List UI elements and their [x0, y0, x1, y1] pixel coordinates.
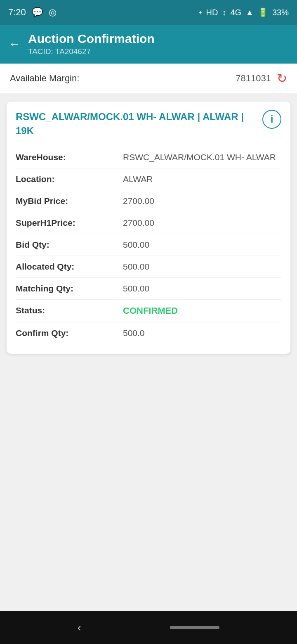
detail-value: 500.0 — [123, 328, 281, 338]
detail-row: Bid Qty:500.00 — [16, 234, 281, 256]
detail-value: 2700.00 — [123, 196, 281, 206]
header-title-block: Auction Confirmation TACID: TA204627 — [28, 31, 155, 56]
detail-label: Confirm Qty: — [16, 328, 123, 338]
margin-row: Available Margin: 7811031 ↻ — [0, 64, 297, 93]
margin-right-section: 7811031 ↻ — [236, 71, 287, 85]
hd-label: HD — [206, 8, 218, 17]
app-bar: ← Auction Confirmation TACID: TA204627 — [0, 25, 297, 64]
detail-value: ALWAR — [123, 174, 281, 184]
status-time: 7:20 — [8, 7, 26, 18]
detail-label: Location: — [16, 174, 123, 184]
back-button[interactable]: ← — [8, 38, 21, 50]
detail-value: RSWC_ALWAR/MOCK.01 WH- ALWAR — [123, 152, 281, 162]
detail-value: 500.00 — [123, 262, 281, 272]
signal-icon: ▲ — [245, 8, 254, 17]
main-content: RSWC_ALWAR/MOCK.01 WH- ALWAR | ALWAR | 1… — [0, 93, 297, 611]
detail-label: Bid Qty: — [16, 240, 123, 250]
bottom-nav-bar: ‹ — [0, 611, 297, 644]
card-header: RSWC_ALWAR/MOCK.01 WH- ALWAR | ALWAR | 1… — [16, 110, 281, 137]
battery-percent: 33% — [272, 8, 289, 17]
detail-row: Location:ALWAR — [16, 168, 281, 190]
status-bar: 7:20 💬 ◎ • HD ↕ 4G ▲ 🔋 33% — [0, 0, 297, 25]
detail-row: MyBid Price:2700.00 — [16, 190, 281, 212]
data-icon: ↕ — [222, 8, 226, 17]
detail-label: SuperH1Price: — [16, 218, 123, 228]
info-icon-button[interactable]: i — [262, 110, 281, 129]
detail-row: Allocated Qty:500.00 — [16, 256, 281, 278]
detail-value: CONFIRMED — [123, 305, 281, 316]
nav-back-chevron[interactable]: ‹ — [78, 621, 81, 634]
page-title: Auction Confirmation — [28, 31, 155, 46]
detail-row: SuperH1Price:2700.00 — [16, 212, 281, 234]
battery-icon: 🔋 — [258, 7, 268, 17]
network-type: 4G — [230, 8, 241, 17]
refresh-icon[interactable]: ↻ — [277, 71, 287, 85]
detail-row: Status:CONFIRMED — [16, 300, 281, 322]
detail-value: 2700.00 — [123, 218, 281, 228]
details-table: WareHouse:RSWC_ALWAR/MOCK.01 WH- ALWARLo… — [16, 147, 281, 344]
message-icon: 💬 — [32, 7, 43, 18]
detail-row: Matching Qty:500.00 — [16, 278, 281, 300]
card-title-text: RSWC_ALWAR/MOCK.01 WH- ALWAR | ALWAR | 1… — [16, 111, 244, 136]
auction-detail-card: RSWC_ALWAR/MOCK.01 WH- ALWAR | ALWAR | 1… — [7, 102, 290, 354]
margin-value: 7811031 — [236, 73, 271, 84]
detail-label: Allocated Qty: — [16, 262, 123, 272]
detail-row: Confirm Qty:500.0 — [16, 322, 281, 344]
detail-label: Matching Qty: — [16, 284, 123, 294]
detail-label: Status: — [16, 305, 123, 315]
detail-row: WareHouse:RSWC_ALWAR/MOCK.01 WH- ALWAR — [16, 147, 281, 168]
margin-label: Available Margin: — [10, 73, 79, 84]
detail-value: 500.00 — [123, 240, 281, 250]
hotspot-icon: ◎ — [49, 7, 57, 18]
card-title: RSWC_ALWAR/MOCK.01 WH- ALWAR | ALWAR | 1… — [16, 110, 262, 137]
detail-value: 500.00 — [123, 284, 281, 294]
network-dot: • — [199, 8, 202, 17]
tacid-subtitle: TACID: TA204627 — [28, 47, 155, 56]
detail-label: WareHouse: — [16, 152, 123, 162]
detail-label: MyBid Price: — [16, 196, 123, 206]
nav-pill[interactable] — [170, 626, 219, 629]
